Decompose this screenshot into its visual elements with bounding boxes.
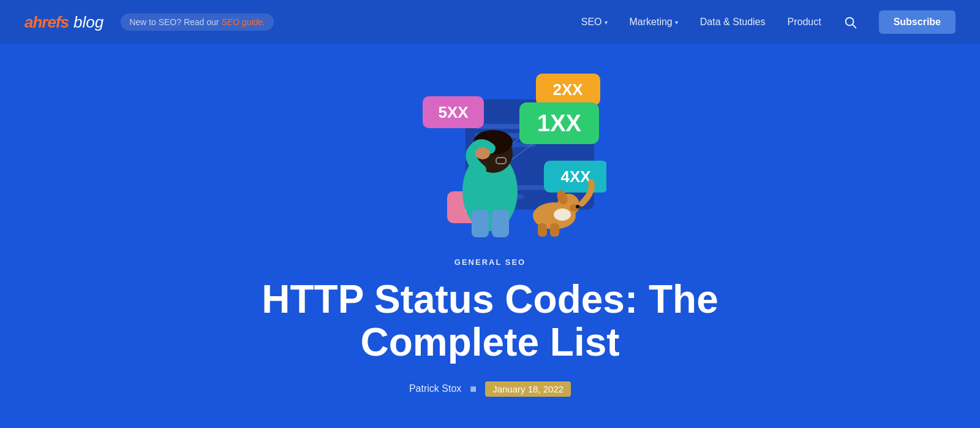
article-meta: Patrick Stox ■ January 18, 2022 [409, 381, 571, 397]
search-button[interactable] [843, 15, 857, 29]
hero-section: 5XX 2XX 1XX 4XX 3X [0, 44, 980, 427]
svg-text:5XX: 5XX [438, 103, 469, 121]
svg-text:2XX: 2XX [552, 80, 583, 99]
chevron-down-icon: ▾ [675, 19, 678, 26]
svg-point-27 [475, 147, 490, 159]
logo-suffix: blog [74, 13, 104, 32]
nav-item-data-studies[interactable]: Data & Studies [700, 17, 766, 28]
chevron-down-icon: ▾ [605, 19, 608, 26]
article-title-line1: HTTP Status Codes: The [262, 277, 718, 321]
tagline-text: New to SEO? Read our [129, 17, 221, 27]
svg-rect-35 [550, 223, 559, 237]
article-title: HTTP Status Codes: The Complete List [262, 278, 718, 364]
seo-guide-link[interactable]: SEO guide. [221, 17, 265, 27]
svg-point-33 [554, 208, 571, 221]
site-header: ahrefsblog New to SEO? Read our SEO guid… [0, 0, 980, 44]
tagline-banner: New to SEO? Read our SEO guide. [121, 13, 274, 31]
nav-label-data-studies: Data & Studies [700, 17, 766, 28]
nav-item-marketing[interactable]: Marketing ▾ [630, 17, 678, 28]
search-icon [843, 15, 857, 29]
author-name[interactable]: Patrick Stox [409, 383, 461, 394]
subscribe-button[interactable]: Subscribe [879, 10, 956, 34]
hero-illustration: 5XX 2XX 1XX 4XX 3X [374, 63, 606, 240]
svg-line-1 [853, 25, 856, 28]
nav-label-product: Product [788, 17, 821, 28]
svg-rect-22 [472, 210, 489, 237]
svg-text:4XX: 4XX [560, 167, 591, 186]
logo-brand: ahrefs [24, 13, 69, 32]
svg-rect-34 [538, 223, 547, 237]
nav-label-seo: SEO [581, 17, 602, 28]
svg-rect-23 [492, 210, 509, 237]
nav-label-marketing: Marketing [630, 17, 673, 28]
logo[interactable]: ahrefsblog [24, 13, 104, 32]
article-title-line2: Complete List [360, 320, 619, 364]
svg-point-32 [576, 205, 579, 208]
main-nav: SEO ▾ Marketing ▾ Data & Studies Product… [581, 10, 956, 34]
nav-item-seo[interactable]: SEO ▾ [581, 17, 608, 28]
article-category: GENERAL SEO [454, 258, 526, 267]
svg-text:1XX: 1XX [537, 110, 581, 136]
meta-separator: ■ [470, 383, 477, 396]
nav-item-product[interactable]: Product [788, 17, 821, 28]
publish-date: January 18, 2022 [485, 381, 571, 397]
